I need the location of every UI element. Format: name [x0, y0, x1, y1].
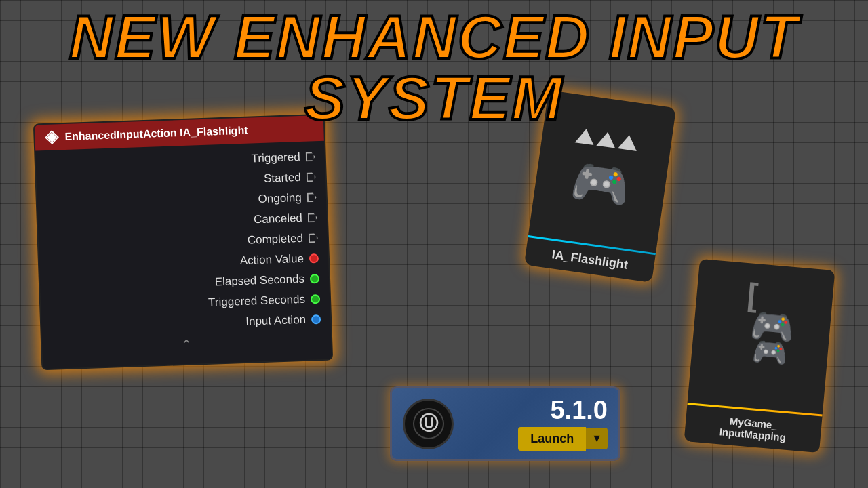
action-value-label: Action Value — [239, 252, 304, 268]
started-pin — [307, 172, 316, 182]
triggered-label: Triggered — [251, 150, 300, 166]
launch-button[interactable]: Launch — [518, 427, 586, 451]
arrow-3 — [618, 134, 639, 151]
node-body: Triggered Started Ongoing Canceled Compl… — [35, 141, 332, 369]
blueprint-node: EnhancedInputAction IA_Flashlight Trigge… — [33, 114, 333, 371]
input-action-pin — [311, 314, 321, 324]
started-label: Started — [264, 171, 301, 186]
action-value-pin — [309, 253, 319, 263]
completed-label: Completed — [247, 232, 303, 247]
elapsed-seconds-pin — [310, 274, 319, 283]
completed-pin — [309, 233, 318, 243]
ue-logo-icon: Ⓤ — [412, 407, 445, 440]
input-action-label: Input Action — [245, 313, 306, 329]
canceled-pin — [308, 213, 317, 222]
arrow-1 — [575, 127, 596, 145]
gamepad-icon-large: 🎮 — [568, 152, 634, 215]
page-title: NEW ENHANCED INPUT SYSTEM — [0, 7, 868, 129]
inputmapping-top: [ 🎮 🎮 — [723, 262, 800, 411]
svg-marker-1 — [47, 132, 57, 142]
triggered-seconds-pin — [311, 294, 320, 304]
version-text: 5.1.0 — [550, 397, 608, 423]
elapsed-seconds-label: Elapsed Seconds — [214, 272, 304, 289]
bracket-icon: [ — [741, 277, 764, 317]
triggered-seconds-label: Triggered Seconds — [208, 293, 306, 310]
launch-dropdown-button[interactable]: ▼ — [586, 428, 608, 449]
ongoing-pin — [307, 192, 317, 202]
flashlight-arrows — [575, 127, 639, 151]
launch-banner: Ⓤ 5.1.0 Launch ▼ — [390, 386, 620, 461]
triggered-pin — [305, 152, 315, 161]
inputmapping-card: [ 🎮 🎮 MyGame_InputMapping — [684, 259, 835, 453]
arrow-2 — [596, 131, 617, 148]
canceled-label: Canceled — [254, 211, 302, 226]
gamepad-icon-2: 🎮 — [751, 337, 789, 368]
ue-logo: Ⓤ — [403, 399, 454, 449]
svg-text:Ⓤ: Ⓤ — [419, 413, 439, 434]
launch-buttons[interactable]: Launch ▼ — [518, 427, 608, 451]
ongoing-label: Ongoing — [258, 191, 302, 206]
launch-right: 5.1.0 Launch ▼ — [518, 397, 608, 451]
diamond-icon — [44, 129, 60, 145]
inputmapping-label: MyGame_InputMapping — [714, 407, 792, 450]
